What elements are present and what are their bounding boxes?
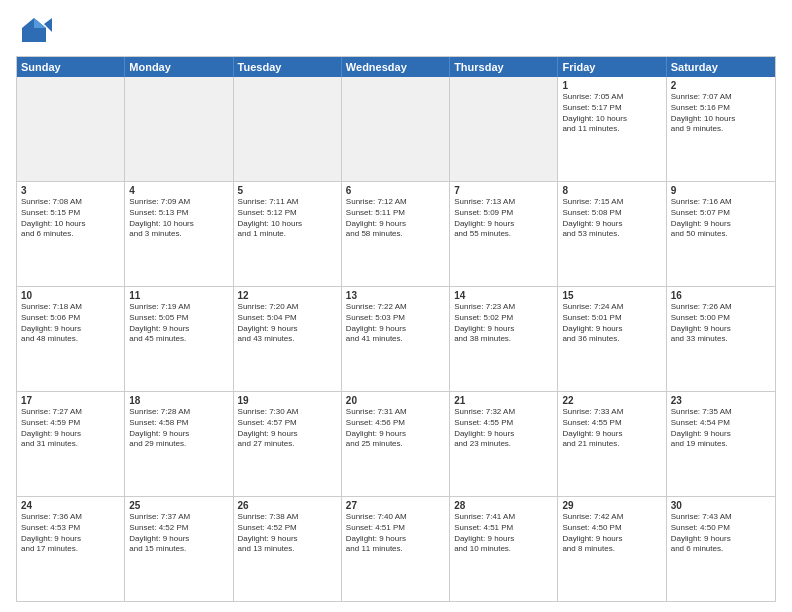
day-cell-4: 4Sunrise: 7:09 AM Sunset: 5:13 PM Daylig… bbox=[125, 182, 233, 286]
calendar-row-2: 10Sunrise: 7:18 AM Sunset: 5:06 PM Dayli… bbox=[17, 287, 775, 392]
day-cell-28: 28Sunrise: 7:41 AM Sunset: 4:51 PM Dayli… bbox=[450, 497, 558, 601]
weekday-header-wednesday: Wednesday bbox=[342, 57, 450, 77]
day-info: Sunrise: 7:40 AM Sunset: 4:51 PM Dayligh… bbox=[346, 512, 445, 555]
day-number: 29 bbox=[562, 500, 661, 511]
day-number: 2 bbox=[671, 80, 771, 91]
day-cell-23: 23Sunrise: 7:35 AM Sunset: 4:54 PM Dayli… bbox=[667, 392, 775, 496]
day-cell-30: 30Sunrise: 7:43 AM Sunset: 4:50 PM Dayli… bbox=[667, 497, 775, 601]
day-number: 25 bbox=[129, 500, 228, 511]
day-cell-10: 10Sunrise: 7:18 AM Sunset: 5:06 PM Dayli… bbox=[17, 287, 125, 391]
day-info: Sunrise: 7:43 AM Sunset: 4:50 PM Dayligh… bbox=[671, 512, 771, 555]
day-number: 12 bbox=[238, 290, 337, 301]
day-info: Sunrise: 7:08 AM Sunset: 5:15 PM Dayligh… bbox=[21, 197, 120, 240]
day-cell-12: 12Sunrise: 7:20 AM Sunset: 5:04 PM Dayli… bbox=[234, 287, 342, 391]
day-cell-9: 9Sunrise: 7:16 AM Sunset: 5:07 PM Daylig… bbox=[667, 182, 775, 286]
day-info: Sunrise: 7:11 AM Sunset: 5:12 PM Dayligh… bbox=[238, 197, 337, 240]
day-cell-8: 8Sunrise: 7:15 AM Sunset: 5:08 PM Daylig… bbox=[558, 182, 666, 286]
day-number: 30 bbox=[671, 500, 771, 511]
day-info: Sunrise: 7:41 AM Sunset: 4:51 PM Dayligh… bbox=[454, 512, 553, 555]
day-info: Sunrise: 7:36 AM Sunset: 4:53 PM Dayligh… bbox=[21, 512, 120, 555]
day-number: 7 bbox=[454, 185, 553, 196]
day-number: 19 bbox=[238, 395, 337, 406]
calendar: SundayMondayTuesdayWednesdayThursdayFrid… bbox=[16, 56, 776, 602]
day-info: Sunrise: 7:35 AM Sunset: 4:54 PM Dayligh… bbox=[671, 407, 771, 450]
day-number: 5 bbox=[238, 185, 337, 196]
day-info: Sunrise: 7:13 AM Sunset: 5:09 PM Dayligh… bbox=[454, 197, 553, 240]
day-cell-24: 24Sunrise: 7:36 AM Sunset: 4:53 PM Dayli… bbox=[17, 497, 125, 601]
day-number: 23 bbox=[671, 395, 771, 406]
day-number: 4 bbox=[129, 185, 228, 196]
weekday-header-monday: Monday bbox=[125, 57, 233, 77]
calendar-row-0: 1Sunrise: 7:05 AM Sunset: 5:17 PM Daylig… bbox=[17, 77, 775, 182]
empty-cell bbox=[450, 77, 558, 181]
day-cell-19: 19Sunrise: 7:30 AM Sunset: 4:57 PM Dayli… bbox=[234, 392, 342, 496]
day-info: Sunrise: 7:20 AM Sunset: 5:04 PM Dayligh… bbox=[238, 302, 337, 345]
day-number: 8 bbox=[562, 185, 661, 196]
day-cell-1: 1Sunrise: 7:05 AM Sunset: 5:17 PM Daylig… bbox=[558, 77, 666, 181]
day-info: Sunrise: 7:26 AM Sunset: 5:00 PM Dayligh… bbox=[671, 302, 771, 345]
day-number: 13 bbox=[346, 290, 445, 301]
day-info: Sunrise: 7:12 AM Sunset: 5:11 PM Dayligh… bbox=[346, 197, 445, 240]
weekday-header-saturday: Saturday bbox=[667, 57, 775, 77]
day-cell-22: 22Sunrise: 7:33 AM Sunset: 4:55 PM Dayli… bbox=[558, 392, 666, 496]
empty-cell bbox=[125, 77, 233, 181]
day-cell-27: 27Sunrise: 7:40 AM Sunset: 4:51 PM Dayli… bbox=[342, 497, 450, 601]
day-info: Sunrise: 7:30 AM Sunset: 4:57 PM Dayligh… bbox=[238, 407, 337, 450]
calendar-row-1: 3Sunrise: 7:08 AM Sunset: 5:15 PM Daylig… bbox=[17, 182, 775, 287]
day-info: Sunrise: 7:37 AM Sunset: 4:52 PM Dayligh… bbox=[129, 512, 228, 555]
day-number: 21 bbox=[454, 395, 553, 406]
calendar-row-4: 24Sunrise: 7:36 AM Sunset: 4:53 PM Dayli… bbox=[17, 497, 775, 601]
day-cell-18: 18Sunrise: 7:28 AM Sunset: 4:58 PM Dayli… bbox=[125, 392, 233, 496]
day-cell-3: 3Sunrise: 7:08 AM Sunset: 5:15 PM Daylig… bbox=[17, 182, 125, 286]
day-info: Sunrise: 7:22 AM Sunset: 5:03 PM Dayligh… bbox=[346, 302, 445, 345]
day-info: Sunrise: 7:33 AM Sunset: 4:55 PM Dayligh… bbox=[562, 407, 661, 450]
weekday-header-thursday: Thursday bbox=[450, 57, 558, 77]
day-cell-7: 7Sunrise: 7:13 AM Sunset: 5:09 PM Daylig… bbox=[450, 182, 558, 286]
day-cell-2: 2Sunrise: 7:07 AM Sunset: 5:16 PM Daylig… bbox=[667, 77, 775, 181]
day-number: 28 bbox=[454, 500, 553, 511]
page: SundayMondayTuesdayWednesdayThursdayFrid… bbox=[0, 0, 792, 612]
weekday-header-sunday: Sunday bbox=[17, 57, 125, 77]
day-cell-6: 6Sunrise: 7:12 AM Sunset: 5:11 PM Daylig… bbox=[342, 182, 450, 286]
day-cell-26: 26Sunrise: 7:38 AM Sunset: 4:52 PM Dayli… bbox=[234, 497, 342, 601]
day-info: Sunrise: 7:16 AM Sunset: 5:07 PM Dayligh… bbox=[671, 197, 771, 240]
svg-marker-1 bbox=[34, 18, 46, 28]
day-info: Sunrise: 7:32 AM Sunset: 4:55 PM Dayligh… bbox=[454, 407, 553, 450]
day-number: 6 bbox=[346, 185, 445, 196]
day-number: 18 bbox=[129, 395, 228, 406]
calendar-header: SundayMondayTuesdayWednesdayThursdayFrid… bbox=[17, 57, 775, 77]
day-number: 3 bbox=[21, 185, 120, 196]
day-cell-14: 14Sunrise: 7:23 AM Sunset: 5:02 PM Dayli… bbox=[450, 287, 558, 391]
day-cell-25: 25Sunrise: 7:37 AM Sunset: 4:52 PM Dayli… bbox=[125, 497, 233, 601]
day-number: 10 bbox=[21, 290, 120, 301]
weekday-header-tuesday: Tuesday bbox=[234, 57, 342, 77]
day-info: Sunrise: 7:09 AM Sunset: 5:13 PM Dayligh… bbox=[129, 197, 228, 240]
day-number: 22 bbox=[562, 395, 661, 406]
calendar-row-3: 17Sunrise: 7:27 AM Sunset: 4:59 PM Dayli… bbox=[17, 392, 775, 497]
day-cell-15: 15Sunrise: 7:24 AM Sunset: 5:01 PM Dayli… bbox=[558, 287, 666, 391]
day-info: Sunrise: 7:42 AM Sunset: 4:50 PM Dayligh… bbox=[562, 512, 661, 555]
logo-icon bbox=[16, 14, 52, 50]
day-info: Sunrise: 7:19 AM Sunset: 5:05 PM Dayligh… bbox=[129, 302, 228, 345]
day-cell-16: 16Sunrise: 7:26 AM Sunset: 5:00 PM Dayli… bbox=[667, 287, 775, 391]
day-cell-20: 20Sunrise: 7:31 AM Sunset: 4:56 PM Dayli… bbox=[342, 392, 450, 496]
weekday-header-friday: Friday bbox=[558, 57, 666, 77]
day-number: 27 bbox=[346, 500, 445, 511]
day-number: 15 bbox=[562, 290, 661, 301]
day-info: Sunrise: 7:05 AM Sunset: 5:17 PM Dayligh… bbox=[562, 92, 661, 135]
day-number: 14 bbox=[454, 290, 553, 301]
day-number: 20 bbox=[346, 395, 445, 406]
empty-cell bbox=[342, 77, 450, 181]
logo bbox=[16, 14, 56, 50]
day-info: Sunrise: 7:31 AM Sunset: 4:56 PM Dayligh… bbox=[346, 407, 445, 450]
day-info: Sunrise: 7:23 AM Sunset: 5:02 PM Dayligh… bbox=[454, 302, 553, 345]
day-info: Sunrise: 7:28 AM Sunset: 4:58 PM Dayligh… bbox=[129, 407, 228, 450]
day-number: 26 bbox=[238, 500, 337, 511]
day-cell-5: 5Sunrise: 7:11 AM Sunset: 5:12 PM Daylig… bbox=[234, 182, 342, 286]
empty-cell bbox=[17, 77, 125, 181]
day-cell-13: 13Sunrise: 7:22 AM Sunset: 5:03 PM Dayli… bbox=[342, 287, 450, 391]
day-number: 11 bbox=[129, 290, 228, 301]
day-cell-29: 29Sunrise: 7:42 AM Sunset: 4:50 PM Dayli… bbox=[558, 497, 666, 601]
day-info: Sunrise: 7:24 AM Sunset: 5:01 PM Dayligh… bbox=[562, 302, 661, 345]
day-info: Sunrise: 7:15 AM Sunset: 5:08 PM Dayligh… bbox=[562, 197, 661, 240]
